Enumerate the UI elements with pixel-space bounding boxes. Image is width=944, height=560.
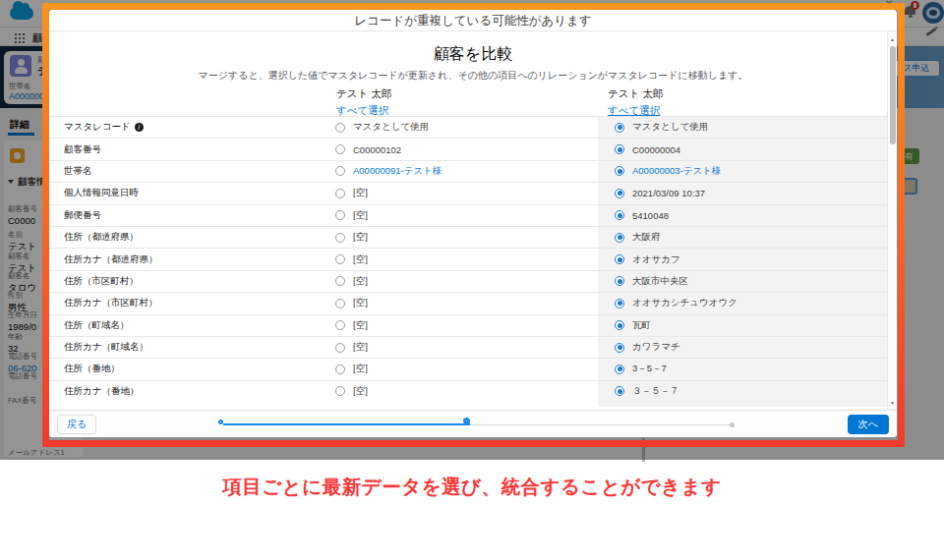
master-value: ３－５－７ <box>632 385 679 398</box>
master-cell: 大阪府 <box>598 227 887 248</box>
scrollbar[interactable]: ▲ ▼ <box>887 31 897 410</box>
comparison-row: 顧客番号C00000102C00000004 <box>49 138 887 159</box>
candidate-value: C00000102 <box>353 144 401 155</box>
master-cell: C00000004 <box>598 139 887 159</box>
master-cell: ３－５－７ <box>598 381 887 402</box>
candidate-radio[interactable] <box>335 166 345 176</box>
candidate-radio[interactable] <box>335 189 345 198</box>
master-cell: 2021/03/09 10:37 <box>598 183 887 203</box>
master-value: 大阪市中央区 <box>632 275 688 288</box>
master-radio-selected[interactable] <box>615 320 624 330</box>
candidate-cell: [空] <box>329 337 598 358</box>
next-button[interactable]: 次へ <box>848 415 889 434</box>
candidate-value: [空] <box>353 275 368 288</box>
master-cell: カワラマチ <box>598 337 887 358</box>
master-cell: オオサカフ <box>598 249 887 269</box>
candidate-radio[interactable] <box>335 386 345 396</box>
candidate-cell: [空] <box>329 271 598 292</box>
master-radio-selected[interactable] <box>615 189 624 198</box>
comparison-row: 住所（都道府県）[空]大阪府 <box>49 226 887 248</box>
comparison-row: 住所（町域名）[空]瓦町 <box>49 314 887 336</box>
master-column-header: テスト 太郎 すべて選択 <box>608 87 663 118</box>
candidate-radio[interactable] <box>335 299 345 308</box>
back-button[interactable]: 戻る <box>57 415 96 434</box>
progress-step3-dot <box>730 422 735 427</box>
progress-step1-dot <box>218 420 223 424</box>
comparison-row: 住所（番地）[空]3－5－7 <box>49 358 887 379</box>
master-radio-selected[interactable] <box>615 364 624 374</box>
master-radio-selected[interactable] <box>615 254 624 264</box>
candidate-radio[interactable] <box>335 123 345 133</box>
master-cell: マスタとして使用 <box>598 117 887 138</box>
candidate-radio[interactable] <box>335 320 345 330</box>
master-radio-selected[interactable] <box>615 343 624 353</box>
candidate-radio[interactable] <box>335 276 345 286</box>
candidate-value: [空] <box>353 209 368 222</box>
field-label: 顧客番号 <box>49 139 329 159</box>
compare-description: マージすると、選択した値でマスタレコードが更新され、その他の項目へのリレーション… <box>49 65 897 83</box>
master-value: 瓦町 <box>632 319 651 332</box>
candidate-radio[interactable] <box>335 144 345 154</box>
master-cell: 5410048 <box>598 205 887 226</box>
candidate-cell: [空] <box>329 359 598 379</box>
candidate-value: マスタとして使用 <box>353 121 429 134</box>
comparison-row: 住所（市区町村）[空]大阪市中央区 <box>49 270 887 292</box>
compare-heading: 顧客を比較 <box>49 31 897 65</box>
scrollbar-thumb[interactable] <box>890 46 896 144</box>
progress-step2-current-dot <box>463 418 470 424</box>
field-label: マスタレコード <box>49 117 329 138</box>
master-value[interactable]: A00000003-テスト様 <box>632 165 721 178</box>
field-label: 個人情報同意日時 <box>49 183 329 203</box>
master-radio-selected[interactable] <box>615 386 624 396</box>
master-value: カワラマチ <box>632 341 680 354</box>
candidate-radio[interactable] <box>335 364 345 374</box>
master-cell: 3－5－7 <box>598 359 887 379</box>
master-value: オオサカフ <box>632 253 680 266</box>
modal-footer: 戻る 次へ <box>49 410 897 437</box>
candidate-value[interactable]: A00000091-テスト様 <box>353 165 442 178</box>
candidate-cell: マスタとして使用 <box>329 117 598 138</box>
modal-title: レコードが重複している可能性があります <box>49 10 897 31</box>
screen: 顧客 顧客 テスト 太郎 世帯名 A000000 ス申込 詳細 顧客情報 顧客番… <box>0 0 944 560</box>
comparison-row: 住所カナ（都道府県）[空]オオサカフ <box>49 248 887 269</box>
comparison-row: 住所カナ（市区町村）[空]オオサカシチュウオウク <box>49 292 887 313</box>
master-cell: 大阪市中央区 <box>598 271 887 292</box>
candidate-cell: [空] <box>329 293 598 313</box>
candidate-radio[interactable] <box>335 233 345 243</box>
master-radio-selected[interactable] <box>615 210 624 220</box>
master-radio-selected[interactable] <box>615 166 624 176</box>
field-label: 住所（町域名） <box>49 315 329 336</box>
field-label: 郵便番号 <box>49 205 329 226</box>
scrollbar-up-icon[interactable]: ▲ <box>888 34 897 44</box>
candidate-cell: [空] <box>329 315 598 336</box>
comparison-row: マスタレコードマスタとして使用マスタとして使用 <box>49 116 887 138</box>
master-cell: オオサカシチュウオウク <box>598 293 887 313</box>
master-radio-selected[interactable] <box>615 144 624 154</box>
candidate-record-name: テスト 太郎 <box>336 87 391 101</box>
comparison-row: 住所カナ（町域名）[空]カワラマチ <box>49 336 887 358</box>
comparison-table: マスタレコードマスタとして使用マスタとして使用顧客番号C00000102C000… <box>49 116 887 407</box>
candidate-value: [空] <box>353 363 368 375</box>
master-radio-selected[interactable] <box>615 299 624 308</box>
field-label: 住所カナ（町域名） <box>49 337 329 358</box>
candidate-value: [空] <box>353 187 368 199</box>
close-icon[interactable]: ✕ <box>885 0 893 9</box>
table-end-spacer <box>49 402 887 407</box>
candidate-cell: [空] <box>329 205 598 226</box>
master-radio-selected[interactable] <box>615 276 624 286</box>
field-label: 住所（番地） <box>49 359 329 379</box>
master-value: C00000004 <box>632 144 680 155</box>
master-value: 5410048 <box>632 210 669 221</box>
master-radio-selected[interactable] <box>615 233 624 243</box>
candidate-radio[interactable] <box>335 254 345 264</box>
master-radio-selected[interactable] <box>615 123 624 133</box>
duplicate-merge-modal: レコードが重複している可能性があります 顧客を比較 マージすると、選択した値でマ… <box>49 10 897 437</box>
candidate-column-header: テスト 太郎 すべて選択 <box>336 87 391 118</box>
modal-body: 顧客を比較 マージすると、選択した値でマスタレコードが更新され、その他の項目への… <box>49 31 897 410</box>
comparison-row: 郵便番号[空]5410048 <box>49 204 887 226</box>
scrollbar-down-icon[interactable]: ▼ <box>888 398 897 408</box>
candidate-radio[interactable] <box>335 210 345 220</box>
info-icon[interactable] <box>135 123 144 132</box>
candidate-radio[interactable] <box>335 343 345 353</box>
progress-line-done <box>223 423 470 425</box>
